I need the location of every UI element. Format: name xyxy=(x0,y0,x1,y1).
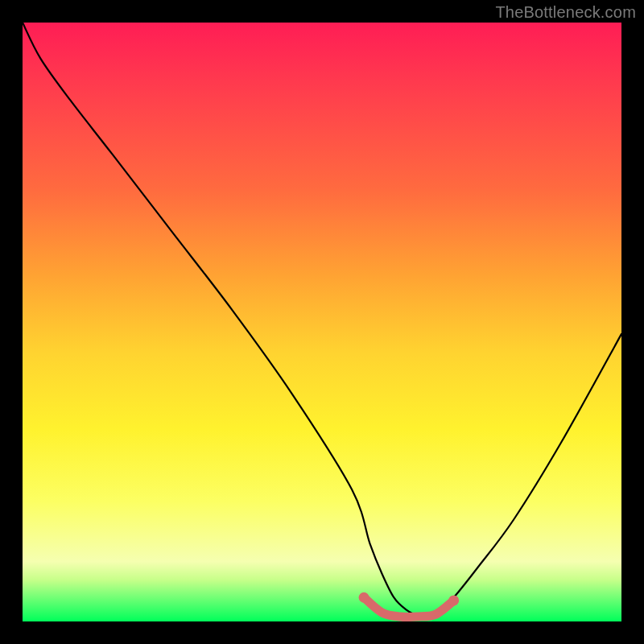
curve-line xyxy=(23,23,621,617)
optimal-range-endpoint xyxy=(448,595,459,605)
chart-plot-area xyxy=(23,23,621,621)
optimal-range-line xyxy=(364,597,454,617)
bottleneck-curve xyxy=(23,23,621,617)
optimal-range-highlight xyxy=(359,592,460,617)
chart-svg xyxy=(23,23,621,621)
chart-frame: TheBottleneck.com xyxy=(0,0,644,644)
optimal-range-endpoint xyxy=(359,592,369,603)
watermark-text: TheBottleneck.com xyxy=(495,3,636,22)
